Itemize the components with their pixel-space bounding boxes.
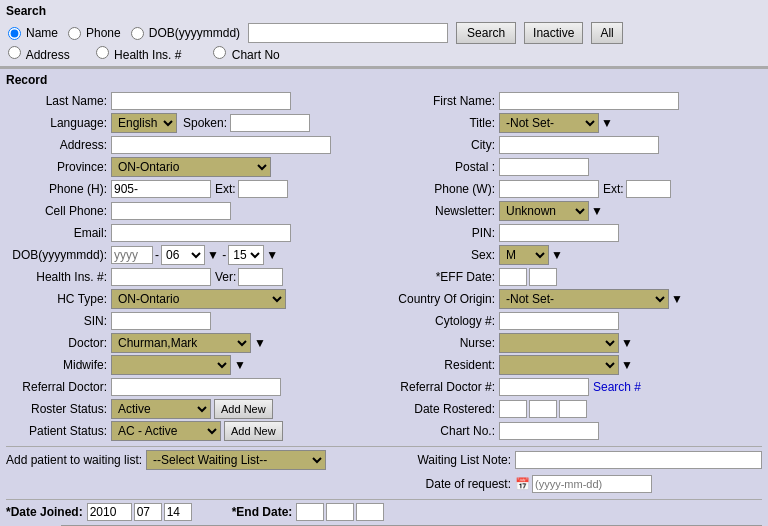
first-name-input[interactable]	[499, 92, 679, 110]
name-radio-label[interactable]: Name	[6, 26, 58, 40]
pin-label: PIN:	[389, 226, 499, 240]
name-radio[interactable]	[8, 27, 21, 40]
dob-label: DOB(yyyymmdd):	[6, 248, 111, 262]
record-title: Record	[6, 73, 762, 87]
eff-date-input1[interactable]	[499, 268, 527, 286]
cell-input[interactable]	[111, 202, 231, 220]
end-date-input1[interactable]	[296, 503, 324, 521]
all-button[interactable]: All	[591, 22, 622, 44]
title-select[interactable]: -Not Set-	[499, 113, 599, 133]
date-rostered-input1[interactable]	[499, 400, 527, 418]
postal-label: Postal :	[389, 160, 499, 174]
calendar-icon: 📅	[515, 477, 530, 491]
newsletter-select[interactable]: Unknown	[499, 201, 589, 221]
waiting-list-note-input[interactable]	[515, 451, 762, 469]
dob-dd-select[interactable]: 15	[228, 245, 264, 265]
postal-input[interactable]	[499, 158, 589, 176]
cell-label: Cell Phone:	[6, 204, 111, 218]
chart-no-input[interactable]	[499, 422, 599, 440]
address-input[interactable]	[111, 136, 331, 154]
end-date-label: *End Date:	[232, 505, 293, 519]
province-select[interactable]: ON-Ontario	[111, 157, 271, 177]
doctor-select[interactable]: Churman,Mark	[111, 333, 251, 353]
phone-w-input[interactable]	[499, 180, 599, 198]
sex-select[interactable]: M	[499, 245, 549, 265]
phone-radio[interactable]	[68, 27, 81, 40]
hc-type-label: HC Type:	[6, 292, 111, 306]
referral-doctor-input[interactable]	[111, 378, 281, 396]
dob-radio-label[interactable]: DOB(yyyymmdd)	[129, 26, 240, 40]
pin-input[interactable]	[499, 224, 619, 242]
waiting-list-select[interactable]: --Select Waiting List--	[146, 450, 326, 470]
chart-no-radio[interactable]	[213, 46, 226, 59]
search-input[interactable]	[248, 23, 448, 43]
roster-status-label: Roster Status:	[6, 402, 111, 416]
patient-add-btn[interactable]: Add New	[224, 421, 283, 441]
end-date-input3[interactable]	[356, 503, 384, 521]
search-section: Search Name Phone DOB(yyyymmdd) Search I…	[0, 0, 768, 67]
address-label: Address:	[6, 138, 111, 152]
first-name-label: First Name:	[389, 94, 499, 108]
dob-radio[interactable]	[131, 27, 144, 40]
date-of-request-input[interactable]	[532, 475, 652, 493]
inactive-button[interactable]: Inactive	[524, 22, 583, 44]
phone-h-input[interactable]	[111, 180, 211, 198]
date-rostered-input3[interactable]	[559, 400, 587, 418]
chart-no-radio-label[interactable]: Chart No	[211, 46, 279, 62]
ext2-input[interactable]	[626, 180, 671, 198]
sin-label: SIN:	[6, 314, 111, 328]
address-radio[interactable]	[8, 46, 21, 59]
search-button[interactable]: Search	[456, 22, 516, 44]
health-ins-radio-label[interactable]: Health Ins. #	[94, 46, 182, 62]
search-title: Search	[6, 4, 762, 18]
ver-input[interactable]	[238, 268, 283, 286]
address-radio-label[interactable]: Address	[6, 46, 70, 62]
roster-status-select[interactable]: Active	[111, 399, 211, 419]
patient-status-select[interactable]: AC - Active	[111, 421, 221, 441]
last-name-input[interactable]	[111, 92, 291, 110]
eff-date-input2[interactable]	[529, 268, 557, 286]
language-select[interactable]: English	[111, 113, 177, 133]
dob-yyyy-input[interactable]	[111, 246, 153, 264]
phone-radio-label[interactable]: Phone	[66, 26, 121, 40]
midwife-select[interactable]	[111, 355, 231, 375]
date-of-request-label: Date of request:	[385, 477, 515, 491]
country-label: Country Of Origin:	[389, 292, 499, 306]
last-name-label: Last Name:	[6, 94, 111, 108]
newsletter-label: Newsletter:	[389, 204, 499, 218]
date-rostered-label: Date Rostered:	[389, 402, 499, 416]
eff-date-label: *EFF Date:	[389, 270, 499, 284]
health-ins-radio[interactable]	[96, 46, 109, 59]
search-hash-link[interactable]: Search #	[593, 380, 641, 394]
nurse-select[interactable]	[499, 333, 619, 353]
date-joined-dd[interactable]	[164, 503, 192, 521]
country-select[interactable]: -Not Set-	[499, 289, 669, 309]
patient-status-label: Patient Status:	[6, 424, 111, 438]
city-input[interactable]	[499, 136, 659, 154]
end-date-input2[interactable]	[326, 503, 354, 521]
date-joined-mm[interactable]	[134, 503, 162, 521]
province-label: Province:	[6, 160, 111, 174]
ext2-label: Ext:	[603, 182, 624, 196]
referral-hash-label: Referral Doctor #:	[389, 380, 499, 394]
sin-input[interactable]	[111, 312, 211, 330]
resident-select[interactable]	[499, 355, 619, 375]
date-joined-year[interactable]	[87, 503, 132, 521]
city-label: City:	[389, 138, 499, 152]
spoken-input[interactable]	[230, 114, 310, 132]
ver-label: Ver:	[215, 270, 236, 284]
title-label: Title:	[389, 116, 499, 130]
roster-add-btn[interactable]: Add New	[214, 399, 273, 419]
health-ins-input[interactable]	[111, 268, 211, 286]
cytology-input[interactable]	[499, 312, 619, 330]
phone-h-label: Phone (H):	[6, 182, 111, 196]
date-rostered-input2[interactable]	[529, 400, 557, 418]
email-input[interactable]	[111, 224, 291, 242]
chart-no-label: Chart No.:	[389, 424, 499, 438]
ext-input[interactable]	[238, 180, 288, 198]
referral-hash-input[interactable]	[499, 378, 589, 396]
add-patient-label: Add patient to waiting list:	[6, 453, 146, 467]
dob-mm-select[interactable]: 06	[161, 245, 205, 265]
hc-type-select[interactable]: ON-Ontario	[111, 289, 286, 309]
cytology-label: Cytology #:	[389, 314, 499, 328]
